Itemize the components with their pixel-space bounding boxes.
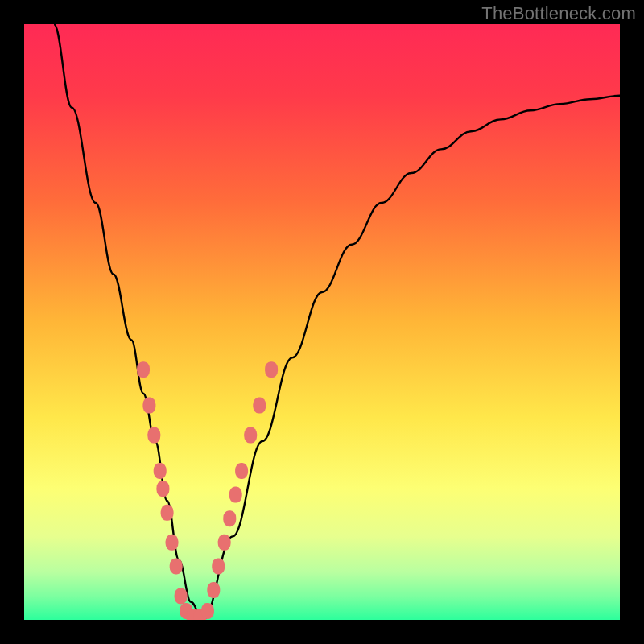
data-point xyxy=(212,558,225,574)
data-point xyxy=(154,463,167,479)
data-point xyxy=(156,481,169,497)
data-point xyxy=(235,463,248,479)
data-point xyxy=(147,427,160,444)
chart-frame: TheBottleneck.com xyxy=(0,0,644,644)
data-point xyxy=(265,361,278,378)
data-point-markers xyxy=(24,24,620,620)
data-point xyxy=(166,535,179,551)
data-point xyxy=(223,510,236,526)
data-point xyxy=(253,398,266,414)
data-point xyxy=(161,505,174,521)
data-point xyxy=(244,427,257,444)
plot-area xyxy=(24,24,620,620)
data-point xyxy=(229,487,242,503)
data-point xyxy=(201,603,214,619)
data-point xyxy=(175,588,188,604)
watermark-text: TheBottleneck.com xyxy=(481,3,636,24)
data-point xyxy=(142,398,155,414)
data-point xyxy=(218,535,231,551)
data-point xyxy=(137,361,150,378)
data-point xyxy=(170,558,183,574)
data-point xyxy=(207,582,220,598)
